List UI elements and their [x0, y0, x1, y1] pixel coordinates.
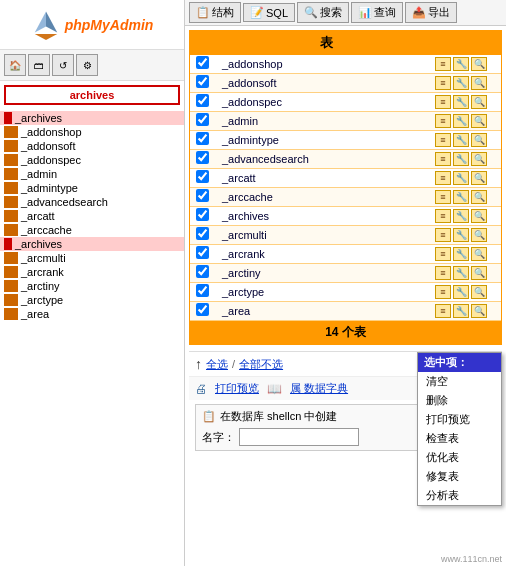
row-checkbox[interactable]	[196, 151, 209, 164]
browse-icon[interactable]: ≡	[435, 114, 451, 128]
structure-icon[interactable]: 🔧	[453, 266, 469, 280]
search-icon[interactable]: 🔍	[471, 304, 487, 318]
row-checkbox[interactable]	[196, 56, 209, 69]
search-icon[interactable]: 🔍	[471, 95, 487, 109]
search-icon[interactable]: 🔍	[471, 152, 487, 166]
sidebar-list-item[interactable]: _area	[0, 307, 184, 321]
sidebar-list-item[interactable]: _addonshop	[0, 125, 184, 139]
print-preview-link[interactable]: 打印预览	[215, 381, 259, 396]
search-icon[interactable]: 🔍	[471, 171, 487, 185]
list-item-archives-highlight[interactable]: _archives	[0, 111, 184, 125]
browse-icon[interactable]: ≡	[435, 304, 451, 318]
row-name: _archives	[218, 210, 435, 222]
browse-icon[interactable]: ≡	[435, 247, 451, 261]
nav-query[interactable]: 📊 查询	[351, 2, 403, 23]
db-icon[interactable]: 🗃	[28, 54, 50, 76]
structure-icon[interactable]: 🔧	[453, 228, 469, 242]
main-content: 📋 结构 📝 SQL 🔍 搜索 📊 查询 📤 导出 表	[185, 0, 506, 566]
browse-icon[interactable]: ≡	[435, 190, 451, 204]
structure-icon[interactable]: 🔧	[453, 190, 469, 204]
browse-icon[interactable]: ≡	[435, 95, 451, 109]
structure-icon[interactable]: 🔧	[453, 171, 469, 185]
row-checkbox[interactable]	[196, 208, 209, 221]
home-icon[interactable]: 🏠	[4, 54, 26, 76]
structure-icon[interactable]: 🔧	[453, 285, 469, 299]
row-checkbox[interactable]	[196, 94, 209, 107]
browse-icon[interactable]: ≡	[435, 76, 451, 90]
search-icon[interactable]: 🔍	[471, 209, 487, 223]
deselect-all-btn[interactable]: 全部不选	[239, 357, 283, 372]
structure-icon[interactable]: 🔧	[453, 247, 469, 261]
search-icon[interactable]: 🔍	[471, 228, 487, 242]
nav-search[interactable]: 🔍 搜索	[297, 2, 349, 23]
dropdown-item[interactable]: 分析表	[418, 486, 501, 505]
data-dict-link[interactable]: 属 数据字典	[290, 381, 348, 396]
row-checkbox[interactable]	[196, 113, 209, 126]
browse-icon[interactable]: ≡	[435, 133, 451, 147]
dropdown-item[interactable]: 打印预览	[418, 410, 501, 429]
sidebar-list-item[interactable]: _arcmulti	[0, 251, 184, 265]
sidebar-list-item[interactable]: _arctiny	[0, 279, 184, 293]
table-icon	[4, 126, 18, 138]
search-icon[interactable]: 🔍	[471, 285, 487, 299]
browse-icon[interactable]: ≡	[435, 209, 451, 223]
search-icon[interactable]: 🔍	[471, 114, 487, 128]
browse-icon[interactable]: ≡	[435, 57, 451, 71]
browse-icon[interactable]: ≡	[435, 285, 451, 299]
row-checkbox[interactable]	[196, 75, 209, 88]
row-checkbox[interactable]	[196, 132, 209, 145]
structure-icon[interactable]: 🔧	[453, 76, 469, 90]
row-checkbox[interactable]	[196, 303, 209, 316]
sidebar-list-item[interactable]: _advancedsearch	[0, 195, 184, 209]
nav-sql-label: SQL	[266, 7, 288, 19]
refresh-icon[interactable]: ↺	[52, 54, 74, 76]
sidebar-list-item[interactable]: _arcatt	[0, 209, 184, 223]
browse-icon[interactable]: ≡	[435, 228, 451, 242]
dropdown-item[interactable]: 修复表	[418, 467, 501, 486]
structure-icon[interactable]: 🔧	[453, 95, 469, 109]
browse-icon[interactable]: ≡	[435, 171, 451, 185]
sidebar-list-item[interactable]: _arcrank	[0, 265, 184, 279]
search-icon[interactable]: 🔍	[471, 57, 487, 71]
bottom-controls: ↑ 全选 / 全部不选 选中项： 清空删除打印预览检查表优化表修复表分析表	[189, 351, 502, 376]
row-checkbox[interactable]	[196, 284, 209, 297]
row-checkbox[interactable]	[196, 246, 209, 259]
structure-icon[interactable]: 🔧	[453, 152, 469, 166]
dropdown-items: 清空删除打印预览检查表优化表修复表分析表	[418, 372, 501, 505]
browse-icon[interactable]: ≡	[435, 152, 451, 166]
nav-structure[interactable]: 📋 结构	[189, 2, 241, 23]
sidebar-list-item[interactable]: _admintype	[0, 181, 184, 195]
search-icon[interactable]: 🔍	[471, 247, 487, 261]
search-icon[interactable]: 🔍	[471, 266, 487, 280]
settings-icon[interactable]: ⚙	[76, 54, 98, 76]
dropdown-item[interactable]: 删除	[418, 391, 501, 410]
row-checkbox[interactable]	[196, 265, 209, 278]
structure-icon[interactable]: 🔧	[453, 57, 469, 71]
sidebar-table-name: _advancedsearch	[21, 196, 108, 208]
browse-icon[interactable]: ≡	[435, 266, 451, 280]
search-icon[interactable]: 🔍	[471, 190, 487, 204]
sidebar-list-item[interactable]: _addonspec	[0, 153, 184, 167]
sidebar-list-item[interactable]: _admin	[0, 167, 184, 181]
structure-icon[interactable]: 🔧	[453, 114, 469, 128]
sidebar-list-item[interactable]: _addonsoft	[0, 139, 184, 153]
sidebar-list-item[interactable]: _archives	[0, 237, 184, 251]
name-input[interactable]	[239, 428, 359, 446]
nav-sql[interactable]: 📝 SQL	[243, 3, 295, 22]
row-checkbox[interactable]	[196, 170, 209, 183]
row-checkbox[interactable]	[196, 227, 209, 240]
structure-icon[interactable]: 🔧	[453, 133, 469, 147]
dropdown-item[interactable]: 清空	[418, 372, 501, 391]
sidebar-list-item[interactable]: _arctype	[0, 293, 184, 307]
structure-icon[interactable]: 🔧	[453, 209, 469, 223]
row-checkbox[interactable]	[196, 189, 209, 202]
dropdown-item[interactable]: 检查表	[418, 429, 501, 448]
search-icon[interactable]: 🔍	[471, 133, 487, 147]
db-selector[interactable]: archives	[4, 85, 180, 105]
sidebar-list-item[interactable]: _arccache	[0, 223, 184, 237]
structure-icon[interactable]: 🔧	[453, 304, 469, 318]
select-all-btn[interactable]: 全选	[206, 357, 228, 372]
dropdown-item[interactable]: 优化表	[418, 448, 501, 467]
nav-export[interactable]: 📤 导出	[405, 2, 457, 23]
search-icon[interactable]: 🔍	[471, 76, 487, 90]
